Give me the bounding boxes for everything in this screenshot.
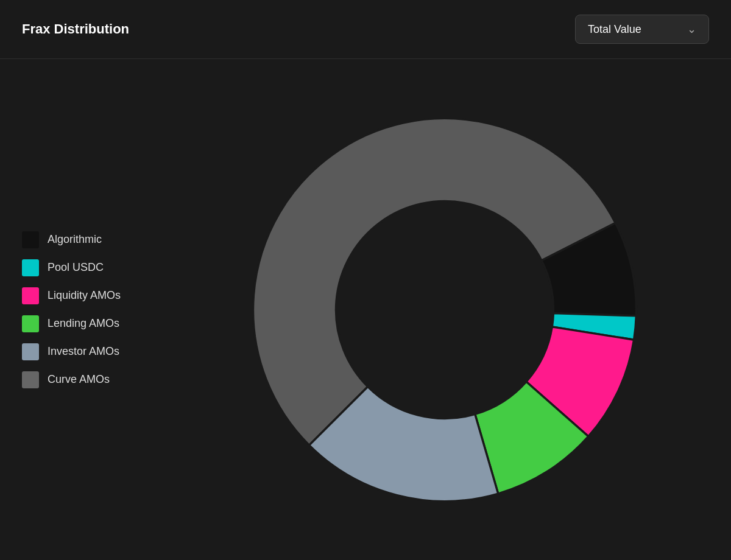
legend-item-lending-amos: Lending AMOs — [22, 315, 121, 332]
donut-chart — [238, 103, 652, 517]
legend-item-investor-amos: Investor AMOs — [22, 343, 121, 360]
legend-item-pool-usdc: Pool USDC — [22, 259, 121, 276]
chart-area: AlgorithmicPool USDCLiquidity AMOsLendin… — [0, 59, 731, 560]
legend-color-liquidity-amos — [22, 287, 39, 304]
page-container: Frax Distribution Total Value ⌄ Algorith… — [0, 0, 731, 560]
legend-color-curve-amos — [22, 371, 39, 388]
donut-chart-wrapper — [238, 103, 652, 517]
legend-label-pool-usdc: Pool USDC — [48, 261, 104, 274]
legend-item-curve-amos: Curve AMOs — [22, 371, 121, 388]
legend-item-algorithmic: Algorithmic — [22, 231, 121, 248]
page-title: Frax Distribution — [22, 21, 129, 37]
legend-label-curve-amos: Curve AMOs — [48, 373, 110, 386]
dropdown-label: Total Value — [588, 23, 641, 36]
legend-color-lending-amos — [22, 315, 39, 332]
legend-label-algorithmic: Algorithmic — [48, 233, 102, 246]
chevron-down-icon: ⌄ — [687, 23, 696, 36]
legend-label-liquidity-amos: Liquidity AMOs — [48, 289, 121, 302]
header: Frax Distribution Total Value ⌄ — [0, 0, 731, 59]
legend-label-lending-amos: Lending AMOs — [48, 317, 119, 330]
legend: AlgorithmicPool USDCLiquidity AMOsLendin… — [22, 231, 121, 388]
legend-color-algorithmic — [22, 231, 39, 248]
legend-label-investor-amos: Investor AMOs — [48, 345, 119, 358]
legend-color-pool-usdc — [22, 259, 39, 276]
legend-color-investor-amos — [22, 343, 39, 360]
total-value-dropdown[interactable]: Total Value ⌄ — [575, 15, 709, 44]
legend-item-liquidity-amos: Liquidity AMOs — [22, 287, 121, 304]
